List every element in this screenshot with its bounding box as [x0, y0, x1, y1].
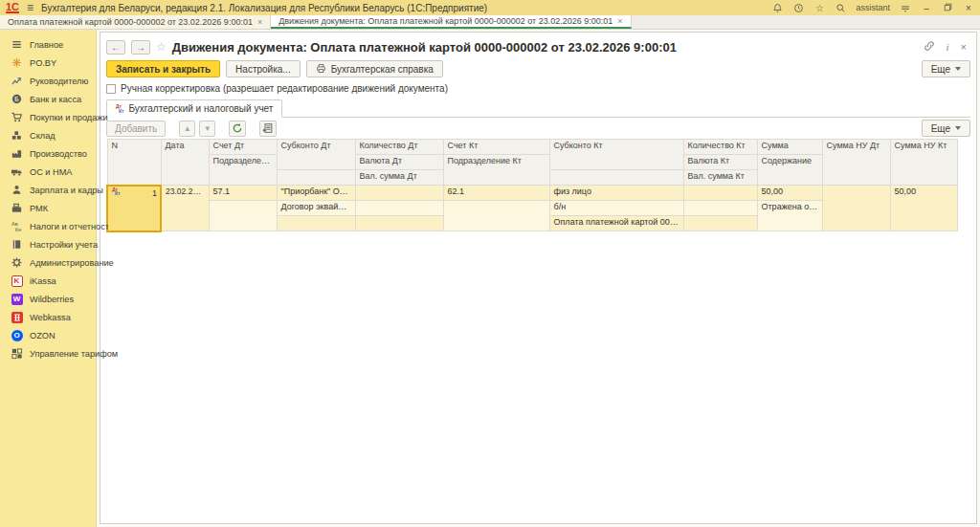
subconto-kt2-cell[interactable]: б/н — [549, 201, 683, 216]
col-currency-kt: Валюта Кт — [683, 155, 757, 170]
subconto-dt2-cell[interactable]: Договор эквайринга — [277, 201, 355, 216]
output-list-button[interactable] — [259, 121, 277, 137]
amount-nu-dt-cell[interactable] — [822, 186, 890, 231]
form-more-button[interactable]: Еще — [922, 60, 970, 77]
col-department-kt: Подразделение Кт — [443, 155, 549, 186]
sidebar-item-label: OZON — [30, 330, 56, 340]
settings-button[interactable]: Настройка... — [226, 60, 301, 77]
sidebar-item-label: Налоги и отчетность — [30, 221, 114, 231]
col-cur-amount-dt: Вал. сумма Дт — [355, 170, 443, 186]
sidebar-item-label: Банк и касса — [30, 94, 81, 103]
favorites-star-icon[interactable]: ☆ — [813, 2, 825, 13]
sidebar-item-fixed-assets[interactable]: ОС и НМА — [0, 163, 96, 181]
accounting-reference-button[interactable]: Бухгалтерская справка — [306, 60, 443, 77]
move-down-button[interactable]: ▼ — [199, 121, 215, 137]
form-tabstrip: ДтКт Бухгалтерский и налоговый учет — [106, 99, 970, 118]
cash-register-icon — [11, 202, 23, 214]
sidebar-item-manager[interactable]: Руководителю — [0, 72, 96, 90]
minimize-button[interactable]: – — [921, 3, 932, 13]
sidebar-item-tariff[interactable]: Управление тарифом — [0, 344, 96, 362]
col-amount-nu-kt: Сумма НУ Кт — [890, 140, 957, 186]
close-window-button[interactable]: × — [963, 3, 974, 13]
save-and-close-button[interactable]: Записать и закрыть — [106, 60, 220, 77]
sidebar-item-main[interactable]: Главное — [0, 35, 96, 54]
tab-document[interactable]: Оплата платежной картой 0000-000002 от 2… — [0, 15, 271, 29]
currency-dt-cell[interactable] — [355, 201, 443, 216]
qty-dt-cell[interactable] — [355, 186, 443, 201]
chevron-down-icon — [955, 126, 961, 130]
subconto-kt3-cell[interactable]: Оплата платежной картой 0000-000002 ... — [549, 216, 683, 231]
button-label: Еще — [931, 123, 950, 134]
manual-adjustment-checkbox[interactable] — [106, 84, 116, 94]
info-icon[interactable]: i — [947, 41, 949, 53]
current-user-label[interactable]: assistant — [856, 3, 890, 12]
back-button[interactable]: ← — [106, 40, 125, 55]
sidebar-item-salary-hr[interactable]: Зарплата и кадры — [0, 181, 96, 199]
get-link-icon[interactable] — [924, 40, 935, 54]
sidebar-item-production[interactable]: Производство — [0, 144, 96, 163]
checkbox-label: Ручная корректировка (разрешает редактир… — [121, 83, 448, 94]
search-icon[interactable] — [835, 2, 846, 13]
sidebar-item-poby[interactable]: PO.BY — [0, 54, 96, 72]
coin-icon: Б — [11, 93, 23, 105]
main-menu-icon[interactable]: ≡ — [27, 3, 33, 12]
tab-close-icon[interactable]: × — [617, 16, 622, 26]
sidebar-item-accounting-settings[interactable]: Настройки учета — [0, 235, 96, 253]
subconto-dt1-cell[interactable]: "Приорбанк" ОАО — [277, 186, 355, 201]
subconto-kt1-cell[interactable]: физ лицо — [549, 186, 683, 201]
restore-button[interactable] — [942, 3, 953, 13]
cur-amount-kt-cell[interactable] — [683, 216, 757, 231]
row-number-cell[interactable]: ДтКт 1 — [107, 186, 161, 231]
account-dt-cell[interactable]: 57.1 — [209, 186, 277, 201]
refresh-button[interactable] — [229, 121, 246, 137]
button-label: Еще — [931, 64, 950, 75]
webkassa-logo-icon — [11, 311, 23, 323]
cart-icon — [11, 111, 23, 123]
sidebar-item-taxes-reports[interactable]: АвКн Налоги и отчетность — [0, 217, 96, 235]
table-more-button[interactable]: Еще — [922, 120, 970, 137]
sidebar-item-purchases-sales[interactable]: Покупки и продажи — [0, 108, 96, 126]
svg-text:Кн: Кн — [15, 227, 21, 232]
amount-cell[interactable]: 50,00 — [757, 186, 822, 201]
account-kt-cell[interactable]: 62.1 — [443, 186, 549, 201]
sidebar-item-bank-cash[interactable]: Б Банк и касса — [0, 90, 96, 108]
svg-text:Б: Б — [14, 96, 18, 102]
forward-button[interactable]: → — [131, 40, 150, 55]
col-currency-dt: Валюта Дт — [355, 155, 443, 170]
date-cell[interactable]: 23.02.2026 9:00:01 — [161, 186, 209, 231]
sidebar-item-label: Руководителю — [30, 76, 88, 85]
sidebar-item-warehouse[interactable]: Склад — [0, 126, 96, 144]
amount-nu-kt-cell[interactable]: 50,00 — [890, 186, 957, 231]
sidebar-item-administration[interactable]: Администрирование — [0, 253, 96, 272]
tab-label: Бухгалтерский и налоговый учет — [129, 103, 274, 114]
service-menu-icon[interactable] — [900, 2, 911, 13]
sidebar-item-wildberries[interactable]: W Wildberries — [0, 290, 96, 308]
dtkt-icon: ДтКт — [116, 104, 124, 113]
sidebar-item-ozon[interactable]: O OZON — [0, 326, 96, 344]
add-row-button[interactable]: Добавить — [106, 121, 166, 137]
col-amount-nu-dt: Сумма НУ Дт — [822, 140, 890, 186]
subconto-dt3-cell[interactable] — [277, 216, 355, 231]
sidebar-item-rmk[interactable]: РМК — [0, 199, 96, 217]
tab-accounting-tax[interactable]: ДтКт Бухгалтерский и налоговый учет — [106, 99, 282, 118]
sidebar-item-label: Покупки и продажи — [30, 112, 108, 121]
sidebar-item-ikassa[interactable]: K iKassa — [0, 272, 96, 290]
burst-icon — [11, 56, 23, 69]
cur-amount-dt-cell[interactable] — [355, 216, 443, 231]
department-dt-cell[interactable] — [209, 201, 277, 231]
sidebar-item-webkassa[interactable]: Webkassa — [0, 308, 96, 326]
currency-kt-cell[interactable] — [683, 201, 757, 216]
sidebar-item-label: Wildberries — [30, 294, 74, 303]
history-icon[interactable] — [792, 2, 804, 13]
department-kt-cell[interactable] — [443, 201, 549, 231]
tab-document-movements[interactable]: Движения документа: Оплата платежной кар… — [271, 15, 631, 29]
close-form-icon[interactable]: × — [961, 41, 967, 53]
qty-kt-cell[interactable] — [683, 186, 757, 201]
content-cell[interactable]: Отражена оплата платежной картой — [757, 201, 822, 231]
tab-close-icon[interactable]: × — [257, 17, 262, 27]
posting-row[interactable]: ДтКт 1 23.02.2026 9:00:01 57.1 "Приорбан… — [107, 186, 957, 201]
notifications-bell-icon[interactable] — [771, 2, 783, 13]
move-up-button[interactable]: ▲ — [179, 121, 195, 137]
favorite-star-icon[interactable]: ☆ — [156, 40, 167, 54]
postings-table[interactable]: N Дата Счет Дт Субконто Дт Количество Дт… — [106, 139, 958, 232]
